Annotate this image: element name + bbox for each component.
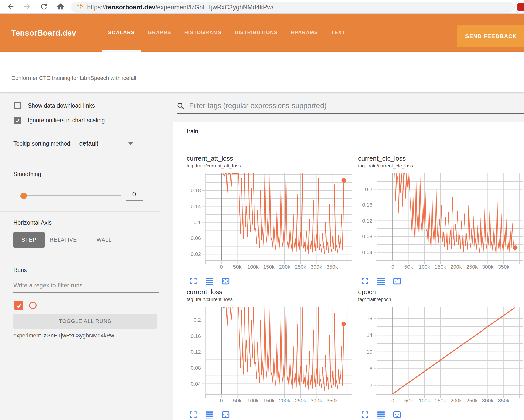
browser-chrome: https://tensorboard.dev/experiment/lzGnE… [0, 0, 524, 14]
data-table-icon[interactable] [205, 277, 214, 285]
url-prefix: https:// [87, 4, 106, 11]
avatar-red-badge [517, 3, 524, 11]
tag-group-title[interactable]: train [187, 128, 198, 135]
chart-canvas[interactable]: 26101418050k100k150k200k250k300k350k [358, 306, 524, 405]
axis-wall-button[interactable]: WALL [92, 232, 117, 248]
reload-icon[interactable] [39, 2, 49, 12]
svg-text:0: 0 [391, 398, 394, 403]
tensorboard-favicon [76, 3, 83, 11]
fit-to-view-icon[interactable] [393, 410, 401, 419]
svg-text:200k: 200k [279, 398, 290, 403]
runs-filter-input[interactable] [13, 280, 159, 293]
tab-scalars[interactable]: SCALARS [102, 14, 141, 52]
experiment-id-label: experiment lzGnETjwRxC3yghNMd4kPw [13, 332, 114, 339]
chart-title: current_loss [187, 288, 353, 296]
svg-text:0.04: 0.04 [191, 381, 201, 387]
svg-text:0.1: 0.1 [194, 219, 201, 225]
chevron-down-icon [128, 142, 133, 145]
svg-text:300k: 300k [482, 264, 494, 270]
smoothing-label: Smoothing [13, 171, 41, 178]
fullscreen-icon[interactable] [189, 277, 198, 285]
forward-icon[interactable] [22, 2, 32, 12]
chart-canvas[interactable]: 0.040.080.120.160.2050k100k150k200k250k3… [358, 172, 524, 271]
data-table-icon[interactable] [377, 277, 385, 285]
tooltip-sorting-select[interactable]: default [78, 140, 134, 150]
svg-text:250k: 250k [295, 264, 306, 270]
fit-to-view-icon[interactable] [221, 277, 230, 285]
svg-text:200k: 200k [450, 264, 462, 270]
svg-text:0.16: 0.16 [191, 333, 201, 339]
svg-text:250k: 250k [466, 398, 478, 403]
svg-text:100k: 100k [419, 398, 430, 403]
svg-text:350k: 350k [498, 398, 509, 403]
tab-hparams[interactable]: HPARAMS [284, 14, 325, 52]
settings-sidebar: Show data download links Ignore outliers… [0, 92, 160, 420]
show-download-links-label: Show data download links [28, 102, 95, 109]
svg-text:100k: 100k [419, 264, 430, 270]
svg-text:150k: 150k [434, 398, 446, 403]
svg-text:300k: 300k [311, 398, 322, 403]
tab-graphs[interactable]: GRAPHS [141, 14, 178, 52]
svg-text:0.04: 0.04 [362, 249, 372, 255]
svg-text:300k: 300k [311, 264, 322, 270]
svg-text:50k: 50k [233, 264, 242, 270]
filter-tags-input[interactable] [189, 102, 524, 110]
ignore-outliers-label: Ignore outliers in chart scaling [28, 117, 105, 124]
fullscreen-icon[interactable] [189, 410, 198, 419]
profile-avatar[interactable] [514, 1, 524, 14]
svg-text:0.2: 0.2 [194, 317, 201, 323]
horizontal-axis-label: Horizontal Axis [13, 219, 52, 226]
app-logo: TensorBoard.dev [11, 14, 76, 52]
chart-current_ctc_loss: current_ctc_losstag: train/current_ctc_l… [358, 154, 524, 285]
axis-relative-button[interactable]: RELATIVE [45, 232, 82, 248]
experiment-title: Conformer CTC training for LibriSpeech w… [11, 75, 136, 81]
run-checkbox[interactable] [14, 301, 23, 310]
data-table-icon[interactable] [205, 410, 214, 419]
svg-text:0.08: 0.08 [191, 365, 201, 371]
tooltip-sorting-label: Tooltip sorting method: [13, 140, 72, 147]
toggle-all-runs-button[interactable]: TOGGLE ALL RUNS [13, 314, 157, 329]
svg-text:0: 0 [391, 264, 394, 270]
tab-distributions[interactable]: DISTRIBUTIONS [228, 14, 284, 52]
run-color-swatch[interactable] [29, 302, 37, 309]
svg-text:0: 0 [220, 398, 223, 403]
smoothing-slider[interactable] [21, 195, 121, 196]
svg-text:200k: 200k [279, 264, 290, 270]
smoothing-slider-thumb[interactable] [20, 193, 27, 199]
url-bar[interactable]: https://tensorboard.dev/experiment/lzGnE… [71, 2, 515, 13]
tab-text[interactable]: TEXT [325, 14, 352, 52]
url-domain: tensorboard.dev [106, 4, 155, 11]
chart-epoch: epochtag: train/epoch26101418050k100k150… [358, 288, 524, 419]
chart-canvas[interactable]: 0.020.060.10.140.18050k100k150k200k250k3… [187, 172, 353, 271]
svg-text:200k: 200k [450, 398, 462, 403]
show-download-links-checkbox[interactable] [14, 102, 21, 109]
chart-actions [189, 410, 353, 419]
fit-to-view-icon[interactable] [221, 410, 230, 419]
svg-text:0.12: 0.12 [191, 349, 201, 355]
fit-to-view-icon[interactable] [393, 277, 401, 285]
url-text: https://tensorboard.dev/experiment/lzGnE… [87, 4, 273, 11]
filter-tags-field [177, 102, 524, 114]
home-icon[interactable] [55, 2, 66, 12]
chart-tag: tag: train/epoch [358, 296, 524, 303]
svg-text:350k: 350k [326, 264, 338, 270]
back-icon[interactable] [6, 2, 16, 12]
svg-text:0.18: 0.18 [191, 187, 201, 193]
chart-canvas[interactable]: 0.040.080.120.160.2050k100k150k200k250k3… [187, 306, 353, 405]
data-table-icon[interactable] [377, 410, 385, 419]
chart-title: epoch [358, 288, 524, 296]
chart-current_att_loss: current_att_losstag: train/current_att_l… [187, 154, 353, 285]
divider [0, 211, 160, 212]
tab-histograms[interactable]: HISTOGRAMS [178, 14, 228, 52]
chart-actions [361, 277, 524, 285]
fullscreen-icon[interactable] [361, 277, 369, 285]
svg-text:150k: 150k [263, 398, 275, 403]
smoothing-value-input[interactable]: 0 [126, 190, 143, 201]
axis-step-button[interactable]: STEP [13, 232, 45, 248]
svg-text:50k: 50k [404, 398, 413, 403]
send-feedback-button[interactable]: SEND FEEDBACK [457, 25, 524, 47]
fullscreen-icon[interactable] [361, 410, 369, 419]
runs-label: Runs [13, 267, 27, 274]
svg-text:10: 10 [367, 349, 372, 355]
ignore-outliers-checkbox[interactable] [14, 117, 21, 124]
